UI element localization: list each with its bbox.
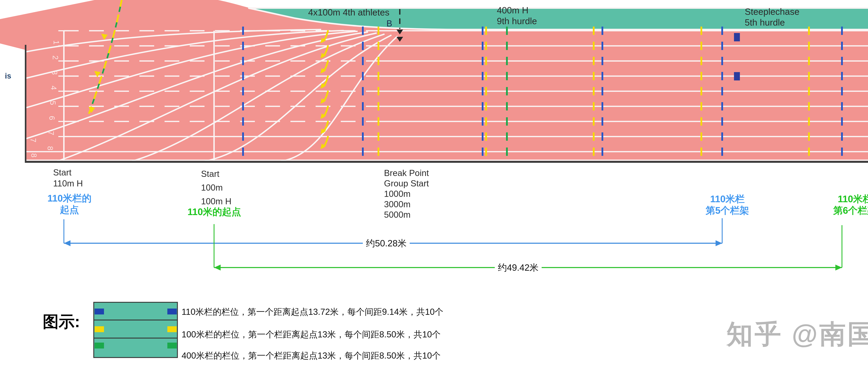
hurdle-100m-tick: [701, 147, 702, 156]
hurdle-400m-tick: [506, 87, 508, 95]
hurdle-110m-tick: [721, 57, 723, 65]
hurdle-100m-tick: [701, 102, 702, 111]
label-400mh: 400m H 9th hurdle: [497, 5, 537, 26]
hurdle-110m-tick: [362, 42, 364, 50]
hurdle-100m-tick: [485, 72, 487, 80]
bend-lane-number: 8: [30, 153, 38, 158]
hurdle-110m-tick: [601, 87, 603, 95]
hurdle-110m-tick: [841, 87, 843, 95]
hurdle-110m-tick: [601, 27, 603, 35]
hurdle-110m-tick: [482, 132, 484, 141]
hurdle-100m-tick: [593, 132, 595, 141]
hurdle-110m-tick: [721, 147, 723, 156]
legend-item-110mh: 110米栏的栏位，第一个距离起点13.72米，每个间距9.14米，共10个: [182, 306, 443, 318]
hurdle-110m-tick: [242, 72, 244, 80]
hurdle-100m-tick: [808, 72, 810, 80]
hurdle-110m-tick: [601, 57, 603, 65]
hurdle-110m-tick: [362, 102, 364, 111]
hurdle-100m-tick: [378, 102, 379, 111]
hurdle-100m-tick: [808, 42, 810, 50]
lane-number: 6: [48, 116, 56, 120]
hurdle-400m-tick: [506, 102, 508, 111]
hurdle-110m-tick: [841, 132, 843, 141]
hurdle-100m-tick: [485, 147, 487, 156]
lane-number: 8: [46, 146, 55, 150]
hurdle-100m-tick: [378, 72, 379, 80]
hurdle-100m-tick: [701, 87, 702, 95]
hurdle-110m-tick: [482, 147, 484, 156]
hurdle-110m-tick: [242, 117, 244, 125]
hurdle-110m-tick: [721, 72, 723, 80]
bend-lane-number: 7: [29, 138, 37, 142]
dimension-50-28m: 约50.28米: [363, 237, 410, 250]
hurdle-110m-tick: [482, 57, 484, 65]
hurdle-110m-tick: [362, 147, 364, 156]
hurdle-110m-tick: [841, 102, 843, 111]
hurdle-110m-tick: [362, 72, 364, 80]
label-start-110mh: Start 110m H: [53, 167, 83, 189]
hurdle-110m-tick: [482, 72, 484, 80]
hurdle-110m-tick: [242, 147, 244, 156]
legend-item-400mh: 400米栏的栏位，第一个栏距离起点13米，每个间距8.50米，共10个: [182, 350, 441, 362]
lane-number: 7: [47, 131, 55, 135]
label-110mh-start-cn: 110米栏的 起点: [40, 193, 99, 216]
hurdle-110m-tick: [242, 57, 244, 65]
hurdle-100m-tick: [701, 42, 702, 50]
hurdle-100m-tick: [808, 27, 810, 35]
hurdle-110m-tick: [721, 42, 723, 50]
hurdle-110m-tick: [721, 87, 723, 95]
hurdle-110m-tick: [721, 27, 723, 35]
hurdle-100m-tick: [701, 117, 702, 125]
lane-number: 2: [51, 55, 60, 60]
hurdle-110m-tick: [841, 27, 843, 35]
hurdle-100m-tick: [378, 27, 379, 35]
hurdle-110m-tick: [482, 42, 484, 50]
hurdle-110m-tick: [841, 117, 843, 125]
label-110mh-5th-hurdle-cn: 110米栏 第5个栏架: [698, 193, 757, 216]
hurdle-110m-tick: [242, 27, 244, 35]
hurdle-400m-tick: [506, 27, 508, 35]
track-left-border: [25, 45, 26, 163]
track-bottom-border: [25, 161, 868, 163]
hurdle-100m-tick: [701, 57, 702, 65]
dimension-49-42m: 约49.42米: [495, 262, 541, 274]
hurdle-100m-tick: [485, 132, 487, 141]
hurdle-100m-tick: [485, 42, 487, 50]
hurdle-100m-tick: [701, 27, 702, 35]
hurdle-100m-tick: [808, 87, 810, 95]
label-break-point-b: B: [386, 19, 392, 28]
hurdle-110m-tick: [362, 117, 364, 125]
hurdle-110m-tick: [242, 87, 244, 95]
hurdle-110m-tick: [721, 132, 723, 141]
watermark-zhihu: 知乎 @南国飘雪: [726, 316, 868, 352]
legend-mini-track: [94, 302, 178, 358]
hurdle-100m-tick: [701, 132, 702, 141]
hurdle-110m-tick: [601, 132, 603, 141]
hurdle-100m-tick: [485, 87, 487, 95]
label-steeplechase: Steeplechase 5th hurdle: [745, 6, 799, 28]
dimension-lines: [64, 218, 842, 271]
edge-text-fragment: is: [5, 72, 11, 80]
legend-marker: [167, 309, 177, 314]
hurdle-110m-tick: [482, 102, 484, 111]
legend-item-100mh: 100米栏的栏位，第一个栏距离起点13米，每个间距8.50米，共10个: [182, 329, 441, 340]
hurdle-100m-tick: [593, 117, 595, 125]
hurdle-110m-tick: [482, 27, 484, 35]
hurdle-110m-tick: [601, 102, 603, 111]
hurdle-110m-tick: [362, 87, 364, 95]
hurdle-110m-tick: [482, 117, 484, 125]
hurdle-100m-tick: [378, 87, 379, 95]
hurdle-110m-tick: [721, 102, 723, 111]
hurdle-110m-tick: [721, 117, 723, 125]
hurdle-100m-tick: [808, 57, 810, 65]
lane-number: 4: [50, 86, 58, 90]
steeplechase-barrier: [734, 72, 740, 80]
hurdle-100m-tick: [593, 72, 595, 80]
hurdle-110m-tick: [841, 57, 843, 65]
label-4x100m: 4x100m 4th athletes: [308, 7, 390, 18]
hurdle-100m-tick: [485, 57, 487, 65]
hurdle-110m-tick: [841, 72, 843, 80]
hurdle-100m-tick: [378, 57, 379, 65]
steeplechase-barrier: [734, 33, 740, 41]
hurdle-100m-tick: [808, 117, 810, 125]
